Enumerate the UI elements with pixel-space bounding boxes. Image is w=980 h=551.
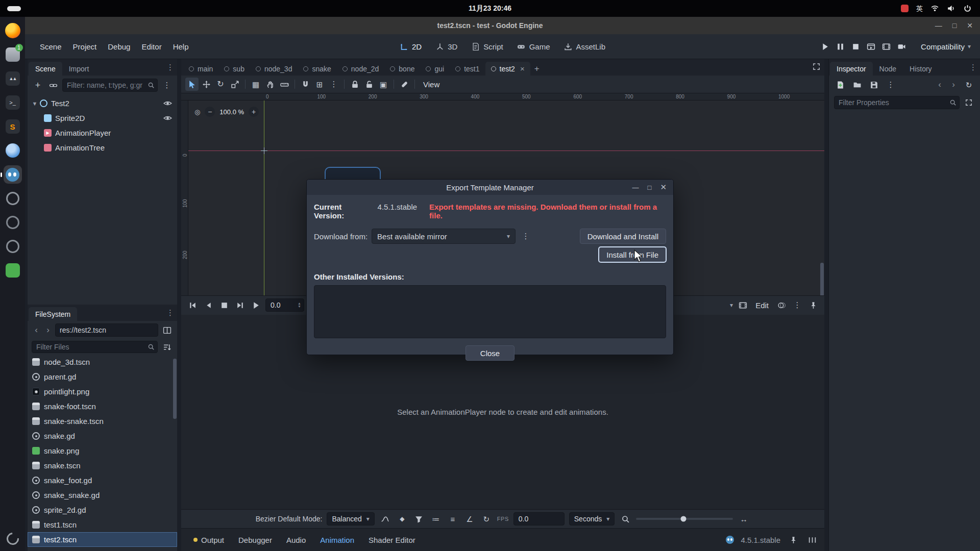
tree-row-animationplayer[interactable]: ▶ AnimationPlayer <box>28 126 177 140</box>
fit-timeline-icon[interactable]: ↔ <box>738 513 750 525</box>
bottom-tab-debugger[interactable]: Debugger <box>232 533 278 547</box>
dialog-close-button[interactable]: Close <box>465 345 514 361</box>
snap-unit-select[interactable]: Seconds ▾ <box>569 512 615 525</box>
tab-history[interactable]: History <box>903 62 939 76</box>
expand-bottom-panel-icon[interactable] <box>806 534 818 546</box>
timeline-zoom-slider[interactable] <box>636 518 733 520</box>
sublime-app-icon[interactable]: S <box>4 117 22 136</box>
bottom-tab-output[interactable]: Output <box>187 533 230 547</box>
file-sort-icon[interactable] <box>161 341 173 353</box>
scene-tab-sub[interactable]: sub <box>218 62 250 76</box>
bottom-tab-shader-editor[interactable]: Shader Editor <box>362 533 422 547</box>
dock-menu-icon[interactable]: ⋮ <box>969 63 977 72</box>
new-resource-icon[interactable] <box>834 79 846 91</box>
play-custom-scene-button[interactable] <box>882 42 891 51</box>
media-app-icon[interactable]: ▲▲ <box>4 69 22 88</box>
move-tool-button[interactable] <box>200 78 213 91</box>
file-row[interactable]: snake.png <box>28 443 177 458</box>
scene-tab-bone[interactable]: bone <box>384 62 420 76</box>
snap-angle-icon[interactable]: ∠ <box>463 513 476 525</box>
skip-to-start-button[interactable] <box>186 299 199 311</box>
download-and-install-button[interactable]: Download and Install <box>580 229 666 244</box>
distraction-free-icon[interactable] <box>813 63 820 70</box>
menu-project[interactable]: Project <box>67 39 103 54</box>
smart-snap-button[interactable] <box>299 78 312 91</box>
ruler-tool-button[interactable] <box>278 78 291 91</box>
scene-tab-main[interactable]: main <box>183 62 218 76</box>
inspector-filter-input[interactable] <box>834 96 960 109</box>
app-icon-3[interactable] <box>4 237 22 256</box>
menu-scene[interactable]: Scene <box>34 39 67 54</box>
onion-skinning-icon[interactable] <box>775 299 788 311</box>
dialog-close-icon[interactable]: ✕ <box>660 183 667 192</box>
window-maximize-button[interactable]: □ <box>952 21 957 30</box>
tab-filesystem[interactable]: FileSystem <box>29 307 77 321</box>
group-node-button[interactable]: ▣ <box>377 78 390 91</box>
save-resource-icon[interactable] <box>868 79 880 91</box>
bezier-mode-select[interactable]: Balanced ▾ <box>327 512 374 525</box>
tab-scene[interactable]: Scene <box>29 62 62 76</box>
window-close-button[interactable]: ✕ <box>967 21 973 30</box>
filter-tracks-icon[interactable] <box>413 513 425 525</box>
select-tool-button[interactable] <box>185 78 199 91</box>
bottom-tab-audio[interactable]: Audio <box>280 533 312 547</box>
workspace-3d-button[interactable]: 3D <box>435 42 457 51</box>
filesystem-scrollbar[interactable] <box>173 359 177 419</box>
file-row[interactable]: snake.tscn <box>28 458 177 473</box>
tab-node[interactable]: Node <box>873 62 903 76</box>
viewport-vertical-scrollbar[interactable] <box>820 263 824 295</box>
list-select-tool-button[interactable]: ▦ <box>249 78 262 91</box>
bottom-tab-animation[interactable]: Animation <box>314 533 360 547</box>
menu-editor[interactable]: Editor <box>136 39 167 54</box>
tree-row-animationtree[interactable]: AnimationTree <box>28 140 177 155</box>
playback-time-spinner[interactable]: 0.0 ▲▼ <box>265 298 304 312</box>
power-icon[interactable] <box>963 4 972 13</box>
play-animation-button[interactable] <box>250 299 262 311</box>
file-filter-input[interactable] <box>32 341 158 353</box>
pause-button[interactable] <box>836 42 845 51</box>
grid-snap-button[interactable]: ⊞ <box>313 78 326 91</box>
godot-app-icon[interactable] <box>4 165 22 184</box>
animation-libraries-icon[interactable] <box>737 299 749 311</box>
file-row[interactable]: snake-foot.tscn <box>28 399 177 414</box>
recording-indicator-icon[interactable] <box>901 5 909 12</box>
animation-options-icon[interactable]: ⋮ <box>791 299 803 311</box>
add-node-button[interactable]: + <box>32 79 44 91</box>
app-icon-green[interactable] <box>4 261 22 280</box>
file-row[interactable]: sprite_2d.gd <box>28 503 177 517</box>
current-path[interactable]: res://test2.tscn <box>55 323 158 337</box>
tab-import[interactable]: Import <box>62 62 96 76</box>
dialog-title-bar[interactable]: Export Template Manager — □ ✕ <box>307 180 673 195</box>
slider-thumb[interactable] <box>681 516 687 522</box>
app-icon-2[interactable] <box>4 213 22 232</box>
play-backwards-button[interactable] <box>202 299 214 311</box>
stop-animation-button[interactable] <box>218 299 230 311</box>
file-row[interactable]: snake-snake.tscn <box>28 414 177 429</box>
tab-close-icon[interactable]: × <box>520 64 525 73</box>
scale-tool-button[interactable] <box>228 78 241 91</box>
mirror-options-icon[interactable]: ⋮ <box>520 230 532 242</box>
movie-maker-button[interactable] <box>897 42 906 51</box>
scene-tab-node_2d[interactable]: node_2d <box>337 62 385 76</box>
object-history-icon[interactable]: ↻ <box>963 79 975 91</box>
file-row[interactable]: parent.gd <box>28 369 177 384</box>
nav-forward-icon[interactable]: › <box>43 325 53 335</box>
new-scene-tab-button[interactable]: + <box>530 62 544 76</box>
app-icon-1[interactable] <box>4 189 22 208</box>
zoom-level[interactable]: 100.0 % <box>219 108 244 116</box>
files-app-icon[interactable]: 1 <box>4 45 22 64</box>
input-method-indicator[interactable]: 英 <box>916 4 923 13</box>
activities-pill[interactable] <box>7 6 21 11</box>
scene-tab-node_3d[interactable]: node_3d <box>250 62 298 76</box>
snap-options-icon[interactable]: ⋮ <box>327 78 340 91</box>
window-title-bar[interactable]: test2.tscn - test - Godot Engine — □ ✕ <box>0 17 980 34</box>
key-list-icon[interactable]: ≔ <box>430 513 442 525</box>
install-from-file-button[interactable]: Install from File <box>599 247 666 262</box>
renderer-selector[interactable]: Compatibility ▾ <box>921 42 971 51</box>
tree-row-sprite2d[interactable]: Sprite2D <box>28 111 177 126</box>
scene-tab-test1[interactable]: test1 <box>450 62 485 76</box>
file-row[interactable]: pointlight.png <box>28 384 177 399</box>
clock[interactable]: 11月23 20:46 <box>469 4 511 13</box>
file-row[interactable]: test1.tscn <box>28 517 177 532</box>
rotate-tool-button[interactable]: ↻ <box>214 78 227 91</box>
